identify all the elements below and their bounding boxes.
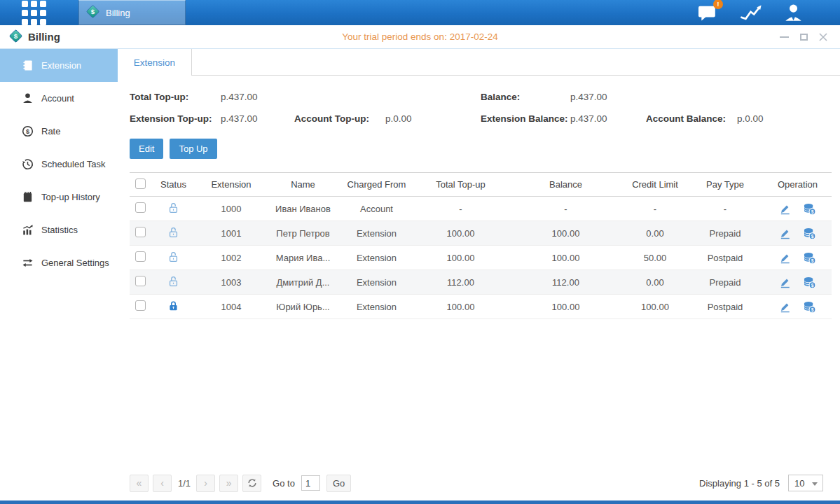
cell-total-topup: 100.00: [413, 295, 508, 319]
topup-coins-icon[interactable]: $: [803, 251, 816, 265]
sidebar-item-rate[interactable]: $ Rate: [0, 115, 118, 148]
close-icon[interactable]: [818, 31, 829, 43]
table-header-row: Status Extension Name Charged From Total…: [130, 173, 832, 197]
row-checkbox[interactable]: [135, 227, 146, 237]
last-page-button[interactable]: »: [219, 475, 238, 492]
notification-badge: !: [713, 0, 723, 9]
cell-extension: 1004: [196, 295, 266, 319]
taskbar-tab-billing[interactable]: $ Billing: [78, 0, 186, 25]
user-account-icon[interactable]: [783, 4, 804, 22]
lock-closed-icon: [167, 300, 179, 312]
minimize-icon[interactable]: [778, 31, 790, 43]
col-pay-type: Pay Type: [687, 173, 764, 197]
goto-label: Go to: [273, 478, 295, 489]
row-checkbox[interactable]: [135, 251, 146, 262]
maximize-icon[interactable]: [798, 31, 809, 43]
tab-strip: Extension: [118, 49, 840, 76]
cell-name: Иван Иванов: [266, 197, 340, 221]
notebook-icon: [21, 191, 34, 204]
lock-open-icon: [167, 202, 179, 214]
extension-balance-value: p.437.00: [570, 113, 646, 124]
billing-diamond-icon: $: [8, 29, 23, 46]
edit-icon[interactable]: [779, 227, 791, 239]
topup-coins-icon[interactable]: $: [803, 227, 816, 240]
app-grid-icon[interactable]: [22, 1, 46, 25]
col-name: Name: [266, 173, 340, 197]
topup-coins-icon[interactable]: $: [803, 300, 816, 314]
col-charged-from: Charged From: [340, 173, 413, 197]
cell-pay-type: Prepaid: [687, 221, 764, 246]
edit-button[interactable]: Edit: [130, 139, 163, 159]
table-row[interactable]: 1004 Юрий Юрь... Extension 100.00 100.00…: [130, 295, 832, 319]
edit-icon[interactable]: [779, 252, 791, 264]
balance-label: Balance:: [481, 92, 570, 102]
table-row[interactable]: 1002 Мария Ива... Extension 100.00 100.0…: [130, 246, 832, 270]
sidebar: Extension Account $ Rate Scheduled Task …: [0, 49, 118, 500]
cell-balance: 100.00: [508, 295, 624, 319]
edit-icon[interactable]: [779, 276, 791, 288]
cell-balance: 100.00: [508, 221, 624, 246]
edit-icon[interactable]: [779, 203, 791, 215]
cell-pay-type: Postpaid: [687, 295, 764, 319]
stats-icon: [21, 224, 34, 237]
extension-topup-label: Extension Top-up:: [130, 113, 221, 124]
cell-name: Петр Петров: [266, 221, 340, 246]
cell-charged-from: Extension: [340, 270, 413, 295]
select-all-checkbox[interactable]: [135, 178, 146, 189]
row-checkbox[interactable]: [135, 202, 146, 213]
sidebar-item-extension[interactable]: Extension: [0, 49, 118, 82]
sidebar-item-top-up-history[interactable]: Top-up History: [0, 181, 118, 214]
next-page-button[interactable]: ›: [196, 475, 215, 492]
col-operation: Operation: [764, 173, 832, 197]
goto-page-input[interactable]: [301, 475, 320, 491]
table-row[interactable]: 1000 Иван Иванов Account - - - - $: [130, 197, 832, 221]
col-status: Status: [151, 173, 196, 197]
monitor-chart-icon[interactable]: [739, 4, 762, 22]
cell-total-topup: 100.00: [413, 246, 508, 270]
window-title: Billing: [28, 31, 60, 43]
cell-total-topup: 100.00: [413, 221, 508, 246]
cell-credit-limit: 0.00: [624, 270, 687, 295]
row-checkbox[interactable]: [135, 300, 146, 311]
person-icon: [21, 92, 34, 105]
sidebar-item-general-settings[interactable]: General Settings: [0, 246, 118, 279]
balance-value: p.437.00: [570, 92, 607, 102]
sidebar-item-account[interactable]: Account: [0, 82, 118, 115]
cell-balance: 100.00: [508, 246, 624, 270]
tab-extension[interactable]: Extension: [118, 49, 192, 76]
col-extension: Extension: [196, 173, 266, 197]
transfer-arrows-icon: [21, 257, 34, 270]
svg-text:$: $: [811, 307, 814, 312]
sidebar-item-scheduled-task[interactable]: Scheduled Task: [0, 148, 118, 181]
lock-open-icon: [167, 275, 179, 288]
summary-panel: Total Top-up: p.437.00 Extension Top-up:…: [130, 86, 832, 130]
cell-extension: 1003: [196, 270, 266, 295]
table-row[interactable]: 1003 Дмитрий Д... Extension 112.00 112.0…: [130, 270, 832, 295]
cell-total-topup: 112.00: [413, 270, 508, 295]
extension-balance-label: Extension Balance:: [481, 113, 570, 124]
top-up-button[interactable]: Top Up: [170, 139, 216, 159]
main-panel: Extension Total Top-up: p.437.00 Extensi…: [118, 49, 840, 500]
cell-charged-from: Extension: [340, 295, 413, 319]
first-page-button[interactable]: «: [130, 475, 149, 492]
refresh-button[interactable]: [242, 475, 261, 492]
sidebar-item-statistics[interactable]: Statistics: [0, 214, 118, 246]
edit-icon[interactable]: [779, 301, 791, 313]
topup-coins-icon[interactable]: $: [803, 276, 816, 289]
svg-text:$: $: [26, 128, 29, 135]
table-row[interactable]: 1001 Петр Петров Extension 100.00 100.00…: [130, 221, 832, 246]
dollar-circle-icon: $: [21, 125, 34, 138]
notifications-icon[interactable]: !: [697, 4, 718, 22]
cell-balance: -: [508, 197, 624, 221]
row-checkbox[interactable]: [135, 276, 146, 286]
prev-page-button[interactable]: ‹: [153, 475, 172, 492]
go-button[interactable]: Go: [326, 475, 351, 492]
cell-total-topup: -: [413, 197, 508, 221]
clock-icon: [21, 158, 34, 171]
page-size-select[interactable]: 10: [788, 475, 823, 491]
chevron-down-icon: [812, 482, 818, 486]
topup-coins-icon[interactable]: $: [803, 202, 816, 216]
account-topup-label: Account Top-up:: [294, 113, 385, 124]
col-total-topup: Total Top-up: [413, 173, 508, 197]
account-balance-value: p.0.00: [737, 113, 764, 124]
